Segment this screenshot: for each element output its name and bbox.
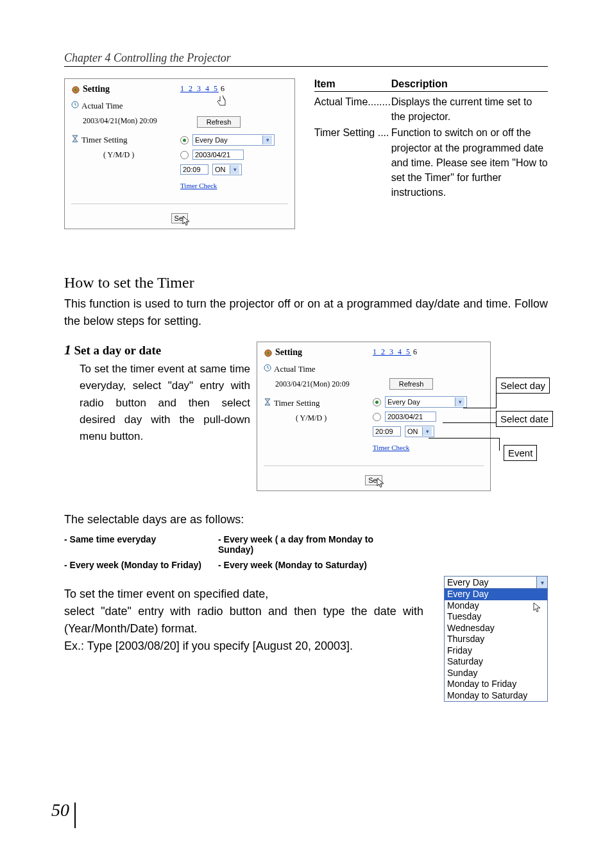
- date-instr-line: Ex.: Type [2003/08/20] if you specify [A…: [64, 638, 423, 655]
- arrow-cursor-icon: [533, 602, 543, 612]
- day-radio[interactable]: [373, 398, 381, 406]
- cell-description: Displays the current time set to the pro…: [391, 94, 548, 124]
- day-dropdown-expanded[interactable]: Every Day ▾ Every Day Monday Tuesday Wed…: [444, 576, 548, 702]
- svg-point-4: [267, 352, 269, 354]
- day-radio[interactable]: [180, 136, 189, 144]
- dropdown-option[interactable]: Friday: [445, 645, 547, 657]
- selectable-days-grid: - Same time everyday - Every week ( a da…: [64, 534, 548, 570]
- col-item: Item: [314, 78, 391, 90]
- step-title: Set a day or date: [74, 343, 161, 357]
- item-description-table: Item Description Actual Time........ Dis…: [314, 78, 548, 201]
- dropdown-option[interactable]: Every Day: [445, 589, 547, 600]
- settings-title-text: Setting: [275, 347, 302, 358]
- table-header: Item Description: [314, 78, 548, 92]
- chevron-down-icon[interactable]: ▾: [455, 397, 464, 406]
- settings-title: Setting: [264, 347, 373, 358]
- arrow-cursor-icon: [377, 478, 387, 488]
- refresh-button[interactable]: Refresh: [389, 378, 434, 390]
- page-link-current: 6: [221, 84, 225, 93]
- dropdown-option[interactable]: Wednesday: [445, 623, 547, 634]
- col-description: Description: [391, 78, 448, 90]
- dropdown-option[interactable]: Monday to Saturday: [445, 690, 547, 702]
- chevron-down-icon[interactable]: ▾: [536, 577, 547, 588]
- ymd-label: ( Y/M/D ): [296, 413, 373, 423]
- dropdown-option[interactable]: Thursday: [445, 634, 547, 645]
- date-radio[interactable]: [180, 151, 189, 159]
- clock-icon: [71, 101, 79, 111]
- callout-select-date: Select date: [496, 411, 553, 427]
- svg-point-1: [74, 89, 77, 91]
- chevron-down-icon[interactable]: ▾: [422, 427, 432, 436]
- date-radio[interactable]: [373, 413, 381, 421]
- days-option: - Every week ( a day from Monday to Sund…: [218, 534, 411, 555]
- days-option: - Every week (Monday to Friday): [64, 560, 218, 570]
- callout-line: [463, 408, 496, 408]
- timer-check-link[interactable]: Timer Check: [180, 182, 217, 189]
- date-instruction: To set the timer event on specified date…: [64, 586, 423, 655]
- days-option: - Every week (Monday to Saturday): [218, 560, 411, 570]
- actual-time-label: Actual Time: [264, 364, 373, 374]
- page-links[interactable]: 1 2 3 4 5 6: [180, 84, 288, 94]
- refresh-button[interactable]: Refresh: [197, 116, 241, 128]
- time-input[interactable]: 20:09: [373, 426, 401, 437]
- table-row: Timer Setting .... Function to switch on…: [314, 125, 548, 200]
- settings-title: Setting: [71, 84, 180, 94]
- page-number: 50: [51, 800, 69, 820]
- page-number-rule: [74, 803, 76, 828]
- hourglass-icon: [264, 398, 271, 408]
- chapter-heading: Chapter 4 Controlling the Projector: [64, 51, 548, 67]
- actual-time-label-text: Actual Time: [274, 364, 316, 374]
- cell-item: Timer Setting ....: [314, 125, 391, 200]
- dropdown-option[interactable]: Monday: [445, 600, 547, 612]
- actual-time-value: 2003/04/21(Mon) 20:09: [275, 379, 373, 389]
- days-option: - Same time everyday: [64, 534, 218, 555]
- hand-cursor-icon: [180, 98, 288, 109]
- cell-description: Function to switch on or off the project…: [391, 125, 548, 200]
- chevron-down-icon[interactable]: ▾: [230, 165, 239, 174]
- callout-line: [429, 438, 499, 438]
- settings-panel-screenshot-2: Setting Actual Time 2003/04/21(Mon) 20:0…: [257, 342, 491, 491]
- page-link-range[interactable]: 1 2 3 4 5: [373, 347, 411, 356]
- date-instr-line: select "date" entry with radio button an…: [64, 603, 423, 638]
- settings-title-text: Setting: [83, 84, 110, 94]
- step-title-line: 1 Set a day or date: [64, 342, 250, 358]
- callout-event: Event: [504, 445, 537, 461]
- day-dropdown[interactable]: Every Day ▾: [192, 134, 275, 146]
- timer-check-link[interactable]: Timer Check: [373, 444, 409, 451]
- dropdown-option[interactable]: Sunday: [445, 668, 547, 679]
- day-dropdown-value: Every Day: [195, 136, 228, 144]
- gear-icon: [264, 347, 273, 358]
- timer-setting-label: Timer Setting: [264, 398, 373, 408]
- clock-icon: [264, 364, 271, 374]
- actual-time-value: 2003/04/21(Mon) 20:09: [83, 116, 180, 126]
- onoff-dropdown[interactable]: ON ▾: [212, 164, 242, 175]
- dropdown-option[interactable]: Saturday: [445, 656, 547, 668]
- dropdown-current-value: Every Day: [445, 577, 536, 588]
- top-row: Setting Actual Time 2003/04/21(Mon) 20:0…: [64, 78, 548, 229]
- chevron-down-icon[interactable]: ▾: [262, 135, 272, 144]
- cell-item: Actual Time........: [314, 94, 391, 124]
- gear-icon: [71, 84, 80, 94]
- date-instr-line: To set the timer event on specified date…: [64, 586, 423, 603]
- day-dropdown[interactable]: Every Day ▾: [385, 396, 467, 408]
- step-number: 1: [64, 342, 71, 358]
- page-links[interactable]: 1 2 3 4 5 6: [373, 347, 484, 357]
- date-input[interactable]: 2003/04/21: [192, 150, 244, 160]
- callout-line: [499, 438, 500, 451]
- time-input[interactable]: 20:09: [180, 164, 208, 175]
- actual-time-label-text: Actual Time: [81, 101, 123, 111]
- settings-panel-screenshot-2-wrap: Setting Actual Time 2003/04/21(Mon) 20:0…: [257, 342, 491, 491]
- page-link-range[interactable]: 1 2 3 4 5: [180, 84, 219, 93]
- timer-setting-label-text: Timer Setting: [274, 398, 319, 408]
- onoff-dropdown[interactable]: ON ▾: [405, 426, 434, 437]
- dropdown-option[interactable]: Monday to Friday: [445, 679, 547, 690]
- step-body: To set the timer event at same time ever…: [80, 361, 250, 446]
- selectable-days-intro: The selectable days are as follows:: [64, 513, 548, 526]
- section-heading: How to set the Timer: [64, 274, 548, 291]
- hourglass-icon: [71, 135, 79, 145]
- timer-setting-label-text: Timer Setting: [81, 135, 127, 145]
- dropdown-option[interactable]: Tuesday: [445, 611, 547, 623]
- ymd-label: ( Y/M/D ): [103, 150, 180, 160]
- date-input[interactable]: 2003/04/21: [385, 412, 436, 422]
- timer-setting-label: Timer Setting: [71, 135, 180, 145]
